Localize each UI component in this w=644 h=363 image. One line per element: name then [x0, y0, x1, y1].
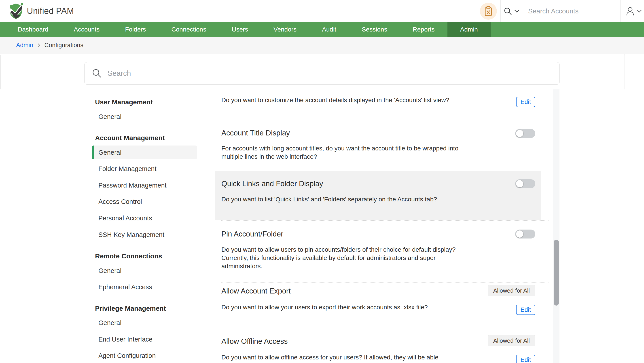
- nav-item-admin[interactable]: Admin: [448, 22, 490, 37]
- unified-pam-app: Unified PAM: [0, 0, 644, 363]
- sidebar-item-password-management[interactable]: Password Management: [98, 180, 166, 190]
- sidebar-item-ssh-key-management[interactable]: SSH Key Management: [98, 230, 164, 240]
- nav-item-vendors[interactable]: Vendors: [261, 22, 309, 37]
- topbar-search: [504, 0, 622, 22]
- search-icon[interactable]: [504, 7, 512, 15]
- accounts-search-input[interactable]: [528, 7, 622, 15]
- scrollbar-thumb[interactable]: [554, 240, 559, 306]
- setting-description: Do you want to allow offline access for …: [222, 353, 445, 363]
- assist-button[interactable]: [480, 3, 497, 20]
- edit-button[interactable]: Edit: [516, 355, 535, 363]
- config-sidebar: User Management General Account Manageme…: [0, 89, 204, 363]
- sidebar-item-um-general[interactable]: General: [98, 112, 122, 122]
- edit-button[interactable]: Edit: [516, 305, 535, 315]
- nav-item-dashboard[interactable]: Dashboard: [5, 22, 61, 37]
- active-indicator-bar: [92, 145, 94, 159]
- topbar: Unified PAM: [0, 0, 644, 22]
- toggle-knob: [516, 130, 523, 137]
- edit-button[interactable]: Edit: [516, 97, 535, 107]
- config-search-input[interactable]: [108, 69, 559, 77]
- config-search-box: [84, 62, 560, 84]
- setting-description: For accounts with long account titles, d…: [222, 144, 475, 161]
- main-nav: Dashboard Accounts Folders Connections U…: [0, 22, 644, 37]
- sidebar-item-am-general[interactable]: General: [92, 145, 197, 159]
- breadcrumb: Admin Configurations: [0, 37, 644, 54]
- search-scope-chevron-down-icon[interactable]: [514, 9, 519, 13]
- setting-description: Do you want to allow your users to expor…: [222, 303, 475, 311]
- sidebar-item-access-control[interactable]: Access Control: [98, 197, 142, 207]
- sidebar-item-personal-accounts[interactable]: Personal Accounts: [98, 213, 152, 223]
- sidebar-group-privilege-management: Privilege Management: [95, 304, 166, 313]
- setting-description: Do you want to list 'Quick Links' and 'F…: [222, 195, 475, 203]
- sidebar-item-agent-configuration[interactable]: Agent Configuration: [98, 351, 156, 361]
- settings-list: Do you want to customize the account det…: [204, 89, 644, 363]
- sidebar-item-ephemeral-access[interactable]: Ephemeral Access: [98, 282, 152, 292]
- app-logo-shield-icon: [9, 3, 23, 19]
- breadcrumb-current: Configurations: [44, 42, 84, 49]
- nav-item-sessions[interactable]: Sessions: [349, 22, 400, 37]
- nav-item-audit[interactable]: Audit: [309, 22, 349, 37]
- setting-title: Allow Account Export: [222, 286, 291, 296]
- user-menu-chevron-down-icon: [637, 9, 642, 13]
- toggle-knob: [516, 230, 523, 238]
- nav-item-connections[interactable]: Connections: [159, 22, 219, 37]
- search-icon: [92, 68, 102, 78]
- setting-title: Allow Offline Access: [222, 337, 288, 346]
- section-divider: [222, 112, 549, 112]
- section-divider: [222, 282, 549, 283]
- sidebar-item-pm-general[interactable]: General: [98, 318, 122, 328]
- sidebar-item-end-user-interface[interactable]: End User Interface: [98, 334, 152, 344]
- topbar-divider: [620, 0, 620, 22]
- setting-title: Quick Links and Folder Display: [222, 179, 323, 189]
- sidebar-item-label: General: [98, 149, 122, 156]
- nav-item-folders[interactable]: Folders: [112, 22, 158, 37]
- setting-description: Do you want to allow users to pin accoun…: [222, 245, 475, 270]
- account-title-display-toggle[interactable]: [515, 129, 535, 138]
- topbar-divider: [500, 0, 501, 22]
- user-menu[interactable]: [625, 0, 642, 22]
- nav-item-accounts[interactable]: Accounts: [61, 22, 112, 37]
- app-title: Unified PAM: [27, 0, 74, 22]
- nav-item-reports[interactable]: Reports: [400, 22, 448, 37]
- breadcrumb-admin-link[interactable]: Admin: [16, 42, 33, 49]
- sidebar-item-folder-management[interactable]: Folder Management: [98, 164, 156, 174]
- section-divider: [222, 220, 549, 221]
- sidebar-group-user-management: User Management: [95, 97, 153, 107]
- setting-title: Account Title Display: [222, 128, 290, 138]
- quick-links-folder-display-toggle[interactable]: [515, 179, 535, 188]
- toggle-knob: [516, 180, 523, 187]
- allowed-for-all-badge: Allowed for All: [488, 335, 535, 346]
- scrollbar-track[interactable]: [553, 89, 560, 363]
- pin-account-folder-toggle[interactable]: [515, 230, 535, 239]
- sidebar-item-rc-general[interactable]: General: [98, 266, 122, 276]
- sidebar-group-remote-connections: Remote Connections: [95, 251, 162, 261]
- person-icon: [625, 6, 635, 16]
- nav-item-users[interactable]: Users: [219, 22, 261, 37]
- breadcrumb-chevron-icon: [37, 43, 40, 48]
- allowed-for-all-badge: Allowed for All: [488, 285, 535, 296]
- sidebar-group-account-management: Account Management: [95, 133, 165, 143]
- section-divider: [222, 326, 549, 326]
- clipboard-x-icon: [484, 6, 493, 16]
- setting-description: Do you want to customize the account det…: [222, 96, 475, 104]
- setting-title: Pin Account/Folder: [222, 229, 283, 239]
